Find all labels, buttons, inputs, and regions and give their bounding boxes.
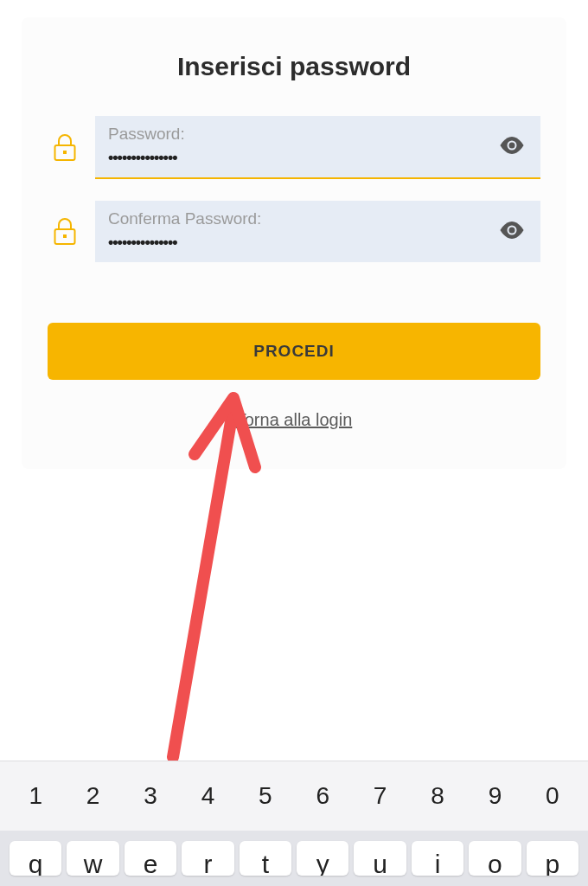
key-4[interactable]: 4 — [179, 772, 236, 820]
eye-icon[interactable] — [499, 222, 525, 242]
lock-icon — [48, 218, 82, 246]
svg-point-3 — [509, 142, 515, 148]
confirm-password-row: Conferma Password: ••••••••••••••• — [48, 201, 540, 262]
proceed-button[interactable]: PROCEDI — [48, 323, 540, 380]
key-o[interactable]: o — [469, 841, 521, 876]
key-i[interactable]: i — [412, 841, 463, 876]
key-e[interactable]: e — [125, 841, 176, 876]
key-p[interactable]: p — [527, 841, 578, 876]
password-card: Inserisci password Password: •••••••••••… — [22, 17, 566, 469]
svg-point-7 — [509, 227, 515, 233]
back-link-wrap: Torna alla login — [48, 410, 540, 430]
key-2[interactable]: 2 — [64, 772, 121, 820]
key-3[interactable]: 3 — [122, 772, 179, 820]
key-8[interactable]: 8 — [409, 772, 466, 820]
password-value: ••••••••••••••• — [108, 149, 527, 167]
key-5[interactable]: 5 — [237, 772, 294, 820]
key-6[interactable]: 6 — [294, 772, 351, 820]
confirm-password-label: Conferma Password: — [108, 209, 527, 228]
password-input-container[interactable]: Password: ••••••••••••••• — [95, 116, 540, 179]
confirm-password-value: ••••••••••••••• — [108, 234, 527, 252]
key-r[interactable]: r — [182, 841, 233, 876]
key-t[interactable]: t — [240, 841, 291, 876]
keyboard-number-row: 1 2 3 4 5 6 7 8 9 0 — [0, 761, 588, 831]
svg-rect-1 — [63, 151, 67, 154]
virtual-keyboard: 1 2 3 4 5 6 7 8 9 0 q w e r t y u i o p — [0, 761, 588, 886]
password-label: Password: — [108, 125, 527, 144]
eye-icon[interactable] — [499, 137, 525, 157]
key-9[interactable]: 9 — [466, 772, 523, 820]
key-u[interactable]: u — [354, 841, 406, 876]
page-title: Inserisci password — [48, 52, 540, 81]
lock-icon — [48, 134, 82, 162]
key-y[interactable]: y — [297, 841, 348, 876]
password-row: Password: ••••••••••••••• — [48, 116, 540, 179]
key-q[interactable]: q — [10, 841, 61, 876]
key-1[interactable]: 1 — [7, 772, 64, 820]
key-w[interactable]: w — [67, 841, 118, 876]
back-to-login-link[interactable]: Torna alla login — [236, 410, 353, 429]
confirm-password-input-container[interactable]: Conferma Password: ••••••••••••••• — [95, 201, 540, 262]
keyboard-letter-row: q w e r t y u i o p — [0, 831, 588, 886]
key-0[interactable]: 0 — [524, 772, 581, 820]
svg-rect-5 — [63, 234, 67, 238]
key-7[interactable]: 7 — [351, 772, 408, 820]
